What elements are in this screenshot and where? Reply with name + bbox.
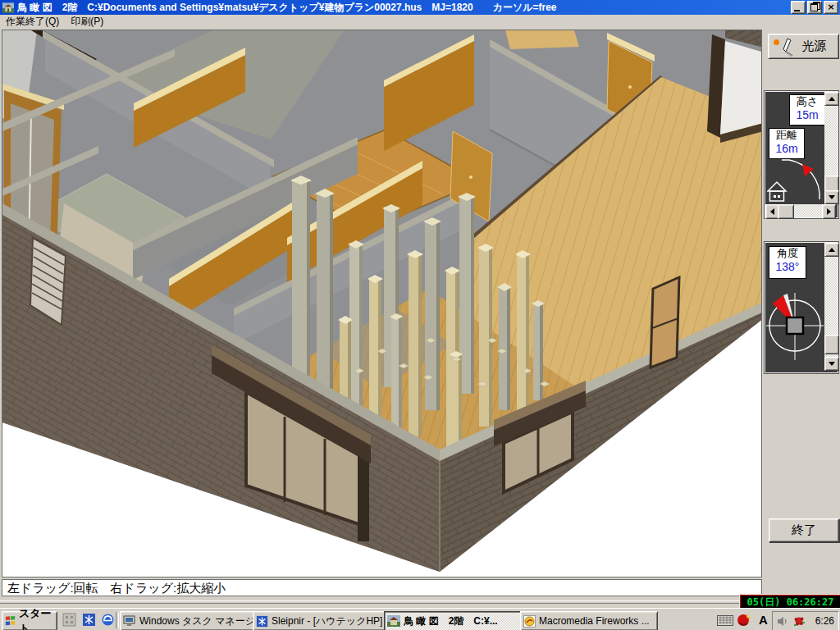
camera-scroll-down[interactable] <box>824 190 839 204</box>
angle-vertical-scrollbar[interactable] <box>824 243 838 371</box>
taskbar-button-fireworks[interactable]: Macromedia Fireworks ... <box>520 611 658 630</box>
right-tall-window <box>651 277 679 368</box>
exit-button[interactable]: 終了 <box>769 518 839 542</box>
angle-label: 角度 <box>769 247 806 260</box>
camera-vertical-scrollbar[interactable] <box>824 92 838 204</box>
3d-scene[interactable] <box>2 30 761 577</box>
house-icon <box>768 182 786 201</box>
start-label: スタート <box>19 606 57 630</box>
quick-launch-icon-1[interactable] <box>62 613 76 627</box>
light-source-button[interactable]: 光源 <box>768 34 839 59</box>
down-arrow-icon <box>829 362 835 369</box>
camera-scroll-up[interactable] <box>824 92 839 106</box>
camera-scroll-right[interactable] <box>822 204 836 219</box>
angle-compass <box>765 281 824 371</box>
system-tray: 6:26 <box>772 611 839 630</box>
up-arrow-icon <box>829 244 835 252</box>
distance-label: 距離 <box>769 129 804 142</box>
height-label: 高さ <box>790 95 824 108</box>
angle-value: 138° <box>769 260 806 273</box>
mouse-ball-icon[interactable] <box>737 613 751 627</box>
camera-horizontal-thumb[interactable] <box>778 204 794 219</box>
close-icon: × <box>824 2 838 12</box>
angle-box: 角度 138° <box>769 246 806 279</box>
birdview-app-icon <box>387 615 400 627</box>
down-arrow-icon <box>829 195 835 203</box>
distance-box: 距離 16m <box>769 128 805 159</box>
3d-viewport[interactable] <box>2 30 762 578</box>
light-source-label: 光源 <box>795 39 838 54</box>
pen-icon <box>780 37 795 57</box>
minimize-icon <box>794 10 800 11</box>
window-bottom-edge <box>0 600 764 604</box>
taskbar-button-sleipnir[interactable]: Sleipnir - [ハウテックHP] <box>253 611 388 630</box>
keyboard-icon[interactable] <box>717 615 733 626</box>
client-area: 左ドラッグ:回転 右ドラッグ:拡大縮小 光源 高さ 15m 距離 16m <box>0 29 840 608</box>
left-arrow-icon <box>767 208 774 215</box>
restore-button[interactable] <box>807 1 822 14</box>
light-dot-icon <box>774 39 779 45</box>
menu-item-exit[interactable]: 作業終了(Q) <box>0 14 65 30</box>
sleipnir-icon <box>256 615 268 628</box>
viewport-hint: 左ドラッグ:回転 右ドラッグ:拡大縮小 <box>7 581 226 595</box>
fireworks-icon <box>523 615 536 628</box>
menu-bar: 作業終了(Q) 印刷(P) <box>0 15 840 29</box>
app-icon <box>2 2 14 13</box>
windows-logo-icon <box>5 615 16 627</box>
desktop: { "titlebar": { "title": "鳥 瞰 図 2階 C:¥Do… <box>0 0 840 630</box>
title-bar[interactable]: 鳥 瞰 図 2階 C:¥Documents and Settings¥matsu… <box>0 0 840 15</box>
height-value: 15m <box>790 108 824 121</box>
up-arrow-icon <box>829 94 835 101</box>
distance-value: 16m <box>769 142 804 155</box>
angle-panel: 角度 138° <box>765 242 838 373</box>
quick-launch-browser-icon[interactable] <box>101 613 115 627</box>
compass-center-square <box>787 317 803 334</box>
ime-indicator[interactable]: A <box>759 613 768 627</box>
taskbar-button-task-manager[interactable]: Windows タスク マネージャ <box>120 611 256 630</box>
window-title: 鳥 瞰 図 2階 C:¥Documents and Settings¥matsu… <box>17 1 791 15</box>
taskbar: スタート Windows タスク マネージャ Sleipnir - [ハウテック… <box>0 608 840 630</box>
close-button[interactable]: × <box>824 1 838 14</box>
camera-panel: 高さ 15m 距離 16m <box>765 91 838 218</box>
angle-vertical-thumb[interactable] <box>824 335 839 354</box>
antivirus-icon[interactable] <box>793 615 806 628</box>
menu-item-print[interactable]: 印刷(P) <box>65 14 109 30</box>
tray-clock[interactable]: 6:26 <box>815 615 838 627</box>
volume-icon[interactable] <box>777 616 788 627</box>
camera-horizontal-scrollbar[interactable] <box>765 204 836 217</box>
start-button[interactable]: スタート <box>2 611 57 630</box>
quick-launch-sleipnir-icon[interactable] <box>82 613 96 627</box>
angle-scroll-up[interactable] <box>824 243 839 257</box>
right-arrow-icon <box>827 208 834 215</box>
monitor-icon <box>123 615 136 627</box>
height-box: 高さ 15m <box>789 94 825 126</box>
minimize-button[interactable] <box>791 1 806 14</box>
status-bar: 左ドラッグ:回転 右ドラッグ:拡大縮小 <box>2 579 762 596</box>
taskbar-separator <box>116 612 119 628</box>
angle-scroll-down[interactable] <box>824 357 839 371</box>
taskbar-button-birdview[interactable]: 鳥 瞰 図 2階 C:¥... <box>384 611 523 630</box>
camera-graphic <box>767 159 824 203</box>
